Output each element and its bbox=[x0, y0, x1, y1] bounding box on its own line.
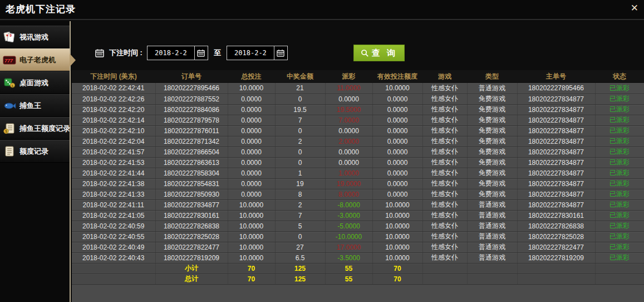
table-cell: -3.5000 bbox=[325, 252, 372, 263]
column-header: 总投注 bbox=[228, 70, 275, 83]
table-cell: 免费游戏 bbox=[467, 189, 517, 199]
table-cell: 0.0000 bbox=[372, 147, 422, 157]
table-cell: 180202227826838 bbox=[155, 221, 228, 231]
summary-row: 总计701255570 bbox=[72, 274, 644, 284]
table-cell: 已派彩 bbox=[595, 252, 644, 263]
table-cell: 2018-02-02 22:41:44 bbox=[72, 168, 155, 178]
summary-cell: 125 bbox=[275, 263, 325, 274]
table-cell: 10.0000 bbox=[372, 210, 422, 221]
query-button[interactable]: 查 询 bbox=[353, 45, 405, 61]
table-cell: 性感女仆 bbox=[422, 199, 467, 210]
date-from-calendar-icon[interactable] bbox=[194, 46, 208, 60]
sidebar-item-2[interactable]: 777电子老虎机 bbox=[0, 48, 70, 71]
table-cell: 2018-02-02 22:40:55 bbox=[72, 231, 155, 242]
table-cell: 0.0000 bbox=[228, 189, 275, 199]
table-cell: 0 bbox=[275, 157, 325, 168]
table-cell: 180202227834877 bbox=[517, 104, 595, 115]
summary-cell bbox=[422, 274, 467, 284]
summary-cell bbox=[72, 263, 155, 274]
close-icon[interactable]: ✕ bbox=[631, 3, 638, 13]
table-cell: 180202227819209 bbox=[155, 252, 228, 263]
table-cell: 2 bbox=[275, 199, 325, 210]
table-cell: 性感女仆 bbox=[422, 125, 467, 136]
table-cell: 180202227834877 bbox=[517, 168, 595, 178]
svg-text:$: $ bbox=[5, 129, 7, 134]
table-cell: 免费游戏 bbox=[467, 125, 517, 136]
table-cell: 0 bbox=[275, 125, 325, 136]
table-cell: 17.0000 bbox=[325, 242, 372, 252]
table-cell: 180202227834877 bbox=[517, 136, 595, 147]
sidebar-item-4[interactable]: 捕鱼王 bbox=[0, 94, 70, 117]
table-cell: 已派彩 bbox=[595, 136, 644, 147]
table-cell: 2018-02-02 22:42:14 bbox=[72, 115, 155, 125]
sidebar: 9♥视讯游戏777电子老虎机$桌面游戏捕鱼王$捕鱼王额度记录额度记录 bbox=[0, 21, 71, 302]
table-cell: 2018-02-02 22:41:33 bbox=[72, 189, 155, 199]
table-cell: 性感女仆 bbox=[422, 252, 467, 263]
table-cell: 已派彩 bbox=[595, 157, 644, 168]
table-cell: 性感女仆 bbox=[422, 115, 467, 125]
table-cell: 1.0000 bbox=[325, 168, 372, 178]
column-header: 类型 bbox=[467, 70, 517, 83]
sidebar-item-5[interactable]: $捕鱼王额度记录 bbox=[0, 117, 70, 140]
date-from-box bbox=[147, 46, 208, 60]
table-row: 2018-02-02 22:41:1118020222783487710.000… bbox=[72, 199, 644, 210]
sidebar-item-3[interactable]: $桌面游戏 bbox=[0, 71, 70, 94]
table-cell: 180202227876011 bbox=[155, 125, 228, 136]
table-cell: 180202227834877 bbox=[517, 199, 595, 210]
date-from-input[interactable] bbox=[148, 49, 194, 57]
table-cell: -3.0000 bbox=[325, 210, 372, 221]
table-cell: 已派彩 bbox=[595, 221, 644, 231]
table-cell: 7 bbox=[275, 210, 325, 221]
table-cell: 0.0000 bbox=[372, 136, 422, 147]
table-cell: 21 bbox=[275, 83, 325, 94]
table-cell: 10.0000 bbox=[372, 242, 422, 252]
table-cell: 0.0000 bbox=[228, 147, 275, 157]
table-cell: 2018-02-02 22:41:38 bbox=[72, 178, 155, 189]
search-icon bbox=[361, 49, 369, 57]
table-cell: 10.0000 bbox=[228, 231, 275, 242]
summary-cell: 70 bbox=[228, 263, 275, 274]
table-cell: 普通游戏 bbox=[467, 242, 517, 252]
table-cell: 性感女仆 bbox=[422, 147, 467, 157]
table-cell: 免费游戏 bbox=[467, 168, 517, 178]
table-cell: 180202227895466 bbox=[155, 83, 228, 94]
column-header: 订单号 bbox=[155, 70, 228, 83]
table-cell: 5 bbox=[275, 221, 325, 231]
table-cell: 10.0000 bbox=[372, 199, 422, 210]
sidebar-menu: 9♥视讯游戏777电子老虎机$桌面游戏捕鱼王$捕鱼王额度记录额度记录 bbox=[0, 26, 70, 163]
table-cell: 19 bbox=[275, 178, 325, 189]
table-cell: 普通游戏 bbox=[467, 199, 517, 210]
summary-cell: 55 bbox=[325, 263, 372, 274]
table-cell: 180202227834877 bbox=[517, 94, 595, 104]
summary-cell: 总计 bbox=[155, 274, 228, 284]
sidebar-item-1[interactable]: 9♥视讯游戏 bbox=[0, 26, 70, 48]
table-cell: 性感女仆 bbox=[422, 210, 467, 221]
table-cell: 0.0000 bbox=[325, 125, 372, 136]
table-cell: 0.0000 bbox=[228, 125, 275, 136]
doc-icon bbox=[3, 145, 16, 158]
table-cell: 19.5000 bbox=[325, 104, 372, 115]
table-cell: 7 bbox=[275, 115, 325, 125]
table-cell: 普通游戏 bbox=[467, 221, 517, 231]
svg-text:9: 9 bbox=[9, 33, 12, 37]
table-cell: 7.0000 bbox=[325, 115, 372, 125]
table-cell: 已派彩 bbox=[595, 83, 644, 94]
records-table: 下注时间 (美东)订单号总投注中奖金额派彩有效投注额度游戏类型主单号状态 201… bbox=[72, 70, 644, 285]
table-cell: 已派彩 bbox=[595, 94, 644, 104]
slot-777-icon: 777 bbox=[3, 54, 16, 66]
table-cell: 1 bbox=[275, 168, 325, 178]
table-row: 2018-02-02 22:42:141802022278795780.0000… bbox=[72, 115, 644, 125]
table-cell: -10.0000 bbox=[325, 231, 372, 242]
date-to-input[interactable] bbox=[227, 49, 274, 57]
svg-text:♥: ♥ bbox=[6, 33, 8, 37]
date-range-to-label: 至 bbox=[214, 48, 221, 58]
table-cell: 已派彩 bbox=[595, 104, 644, 115]
titlebar: 老虎机下注记录 ✕ bbox=[0, 0, 644, 20]
table-cell: 180202227834877 bbox=[517, 157, 595, 168]
table-row: 2018-02-02 22:40:5918020222782683810.000… bbox=[72, 221, 644, 231]
table-cell: 2 bbox=[275, 136, 325, 147]
sidebar-item-6[interactable]: 额度记录 bbox=[0, 140, 70, 163]
date-to-calendar-icon[interactable] bbox=[274, 46, 287, 60]
table-cell: 0.0000 bbox=[228, 136, 275, 147]
table-cell: 0.0000 bbox=[228, 94, 275, 104]
